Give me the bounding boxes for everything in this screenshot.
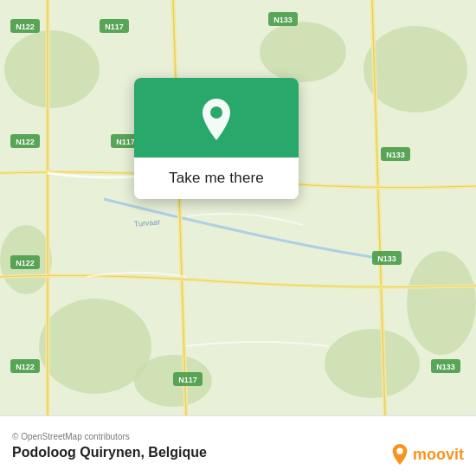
- svg-point-7: [260, 22, 346, 82]
- svg-point-4: [363, 26, 467, 113]
- svg-point-5: [407, 251, 476, 355]
- bottom-bar: © OpenStreetMap contributors Podoloog Qu…: [0, 415, 476, 476]
- moovit-pin-icon: [390, 443, 409, 466]
- popup-green-area: [134, 78, 299, 158]
- svg-point-39: [396, 448, 402, 454]
- svg-text:N117: N117: [116, 138, 135, 146]
- moovit-brand-text: moovit: [413, 446, 464, 464]
- map-svg: N122 N122 N122 N122 N117 N117 N117 N133 …: [0, 0, 476, 415]
- svg-text:N133: N133: [273, 16, 293, 24]
- attribution-text: © OpenStreetMap contributors: [12, 432, 464, 441]
- svg-text:N122: N122: [16, 138, 35, 146]
- moovit-logo: moovit: [390, 443, 464, 466]
- svg-point-38: [210, 106, 222, 119]
- svg-text:N122: N122: [16, 23, 35, 31]
- svg-text:N117: N117: [178, 376, 197, 384]
- svg-text:N117: N117: [105, 23, 124, 31]
- map-popup: Take me there: [134, 78, 299, 199]
- svg-text:N122: N122: [16, 259, 35, 267]
- location-pin-icon: [197, 97, 235, 142]
- svg-point-1: [4, 30, 100, 108]
- take-me-there-button[interactable]: Take me there: [134, 158, 299, 199]
- svg-text:N133: N133: [436, 363, 455, 371]
- map-container: N122 N122 N122 N122 N117 N117 N117 N133 …: [0, 0, 476, 415]
- svg-text:N133: N133: [377, 254, 396, 263]
- svg-text:N122: N122: [16, 363, 35, 371]
- svg-point-6: [325, 329, 420, 398]
- svg-text:N133: N133: [386, 151, 405, 159]
